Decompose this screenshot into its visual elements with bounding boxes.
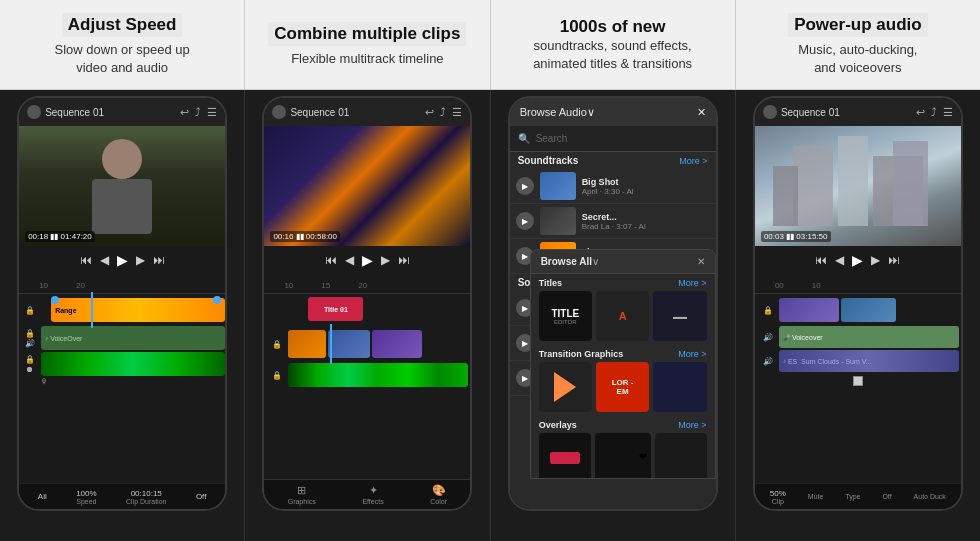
p2-graphics-btn[interactable]: ⊞ Graphics [288, 484, 316, 505]
p4-autoduck-item[interactable]: Auto Duck [914, 493, 946, 500]
overlays-row: Overlays More > [539, 420, 707, 430]
p2-lock2-icon[interactable]: 🔒 [272, 371, 282, 380]
video-clip-2[interactable] [328, 330, 370, 358]
browse-all-title: Browse All [541, 256, 592, 267]
title-card-3[interactable]: ▬▬ [653, 291, 706, 341]
phone2-video-frame [264, 126, 470, 246]
title-card-1[interactable]: TITLE EDITOR [539, 291, 592, 341]
overlay-card-3[interactable] [655, 433, 707, 479]
overlays-section: Overlays More > ❤ [531, 416, 715, 479]
title-card-brand: A [619, 310, 627, 322]
transition-more-btn[interactable]: More > [678, 349, 706, 359]
titles-more-btn[interactable]: More > [678, 278, 706, 288]
transition-card-3[interactable] [653, 362, 706, 412]
transition-card-2[interactable]: LOR - EM [596, 362, 649, 412]
phone4-video-row: 🔒 [757, 296, 959, 324]
browse-search-bar[interactable]: 🔍 Search [510, 126, 716, 152]
p2-frame-back-icon[interactable]: ◀ [345, 253, 354, 267]
heart-icon: ❤ [639, 451, 647, 462]
off-toggle[interactable]: Off [196, 492, 207, 501]
p4-type-item[interactable]: Type [845, 493, 860, 500]
p4-video-clip-2[interactable] [841, 298, 896, 322]
p4-mute-item[interactable]: Mute [808, 493, 824, 500]
browse-close-icon[interactable]: ✕ [697, 106, 706, 119]
title-card-2[interactable]: A [596, 291, 649, 341]
phone-shell-3: Browse Audio ∨ ✕ 🔍 Search Soundtracks Mo… [508, 96, 718, 511]
p4-video-clip-1[interactable] [779, 298, 839, 322]
p2-frame-forward-icon[interactable]: ▶ [381, 253, 390, 267]
p4-speed-item[interactable]: 50% Clip [770, 489, 786, 505]
play-icon[interactable]: ▶ [117, 252, 128, 268]
phone-panel-3: Browse Audio ∨ ✕ 🔍 Search Soundtracks Mo… [491, 90, 736, 541]
p2-audio-waveform[interactable] [288, 363, 468, 387]
overlay-card-2[interactable]: ❤ [595, 433, 651, 479]
lock-icon[interactable]: 🔒 [25, 306, 35, 315]
phone4-timeline: 00 10 🔒 🔊 [755, 274, 961, 483]
undo4-icon[interactable]: ↩ [916, 106, 925, 119]
all-button[interactable]: All [38, 492, 47, 501]
title-clip[interactable]: Title 01 [308, 297, 363, 321]
lock2-icon[interactable]: 🔒 [25, 329, 35, 338]
overlay-close-icon[interactable]: ✕ [697, 256, 705, 267]
menu-icon[interactable]: ☰ [207, 106, 217, 119]
menu4-icon[interactable]: ☰ [943, 106, 953, 119]
share-icon[interactable]: ⤴ [195, 106, 201, 119]
play-btn-1[interactable]: ▶ [516, 212, 534, 230]
p4-lock-icon[interactable]: 🔒 [763, 306, 773, 315]
video-track[interactable]: Range [51, 298, 225, 322]
p2-skip-forward-icon[interactable]: ⏭ [398, 253, 410, 267]
p4-speaker-icon[interactable]: 🔊 [763, 333, 773, 342]
p4-skip-back-icon[interactable]: ⏮ [815, 253, 827, 267]
playhead-circle [853, 376, 863, 386]
speed-control[interactable]: 100% Speed [76, 489, 96, 505]
p4-music-track[interactable]: ♪ ES_Sum Clouds - Sum V... [779, 350, 959, 372]
undo-icon[interactable]: ↩ [180, 106, 189, 119]
overlay-card-1[interactable] [539, 433, 591, 479]
p4-music-icon[interactable]: 🔊 [763, 357, 773, 366]
phone-panel-4: Sequence 01 ↩ ⤴ ☰ [736, 90, 980, 541]
p4-frame-forward-icon[interactable]: ▶ [871, 253, 880, 267]
record-icon[interactable]: ⏺ [26, 365, 34, 374]
frame-back-icon[interactable]: ◀ [100, 253, 109, 267]
phone2-timeline: 10 15 20 Title 01 🔒 [264, 274, 470, 479]
share4-icon[interactable]: ⤴ [931, 106, 937, 119]
phone1-time-overlay: 00:18 ▮▮ 01:47:20 [25, 231, 95, 242]
p4-frame-back-icon[interactable]: ◀ [835, 253, 844, 267]
skip-back-icon[interactable]: ⏮ [80, 253, 92, 267]
p2-effects-btn[interactable]: ✦ Effects [362, 484, 383, 505]
svg-rect-1 [838, 136, 868, 226]
voiceover-track[interactable]: ♪ VoiceOver [41, 326, 225, 350]
skip-forward-icon[interactable]: ⏭ [153, 253, 165, 267]
p2-lock-icon[interactable]: 🔒 [272, 340, 282, 349]
p4-voiceover-track[interactable]: 🎤 Voiceover [779, 326, 959, 348]
video-clip-3[interactable] [372, 330, 422, 358]
menu2-icon[interactable]: ☰ [452, 106, 462, 119]
p4-off-item[interactable]: Off [882, 493, 891, 500]
phone1-topbar: Sequence 01 ↩ ⤴ ☰ [19, 98, 225, 126]
track-item-0[interactable]: ▶ Big Shot April · 3:30 - Al [510, 169, 716, 204]
browse-all-chevron-icon[interactable]: ∨ [592, 256, 599, 267]
soundtracks-more-btn[interactable]: More > [679, 156, 707, 166]
p4-skip-forward-icon[interactable]: ⏭ [888, 253, 900, 267]
audio-waveform-track[interactable] [41, 352, 225, 376]
transition-card-1[interactable] [539, 362, 592, 412]
speaker-icon[interactable]: 🔊 [25, 339, 35, 348]
phone-shell-1: Sequence 01 ↩ ⤴ ☰ [17, 96, 227, 511]
phone4-music-row: 🔊 ♪ ES_Sum Clouds - Sum V... [757, 350, 959, 372]
video-clip-1[interactable] [288, 330, 326, 358]
p2-skip-back-icon[interactable]: ⏮ [325, 253, 337, 267]
chevron-down-icon[interactable]: ∨ [587, 106, 595, 119]
undo2-icon[interactable]: ↩ [425, 106, 434, 119]
lock3-icon[interactable]: 🔒 [25, 355, 35, 364]
phone4-bottom-bar: 50% Clip Mute Type Off Auto Duck [755, 483, 961, 509]
track-item-1[interactable]: ▶ Secret... Brad La · 3:07 - Al [510, 204, 716, 239]
share2-icon[interactable]: ⤴ [440, 106, 446, 119]
overlays-more-btn[interactable]: More > [678, 420, 706, 430]
play-btn-0[interactable]: ▶ [516, 177, 534, 195]
p4-play-icon[interactable]: ▶ [852, 252, 863, 268]
frame-forward-icon[interactable]: ▶ [136, 253, 145, 267]
p2-play-icon[interactable]: ▶ [362, 252, 373, 268]
soundtracks-label: Soundtracks [518, 155, 579, 166]
p2-color-btn[interactable]: 🎨 Color [430, 484, 447, 505]
banner-desc-new-content: soundtracks, sound effects, animated tit… [505, 37, 721, 72]
